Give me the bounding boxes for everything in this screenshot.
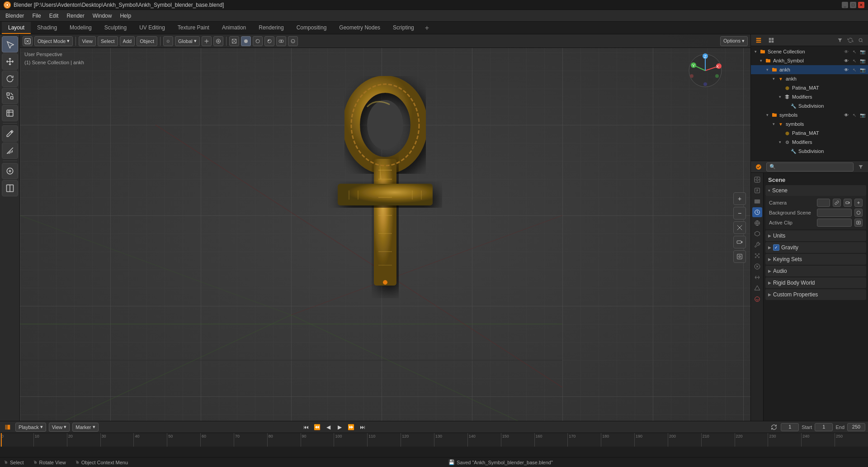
expand-modifiers-icon[interactable]: ▾	[776, 93, 783, 100]
add-menu-button[interactable]: Add	[120, 36, 135, 46]
add-primitive-button[interactable]	[2, 163, 18, 179]
tree-item-ankh-obj[interactable]: ▾ ▼ ankh	[751, 74, 868, 83]
menu-help[interactable]: Help	[116, 12, 135, 20]
tab-compositing[interactable]: Compositing	[290, 22, 333, 34]
tree-item-patina-mat2[interactable]: ⬤ Patina_MAT	[751, 129, 868, 138]
shading-dropdown[interactable]: Global ▾	[175, 36, 200, 46]
transform-tool-button[interactable]	[2, 105, 18, 121]
tree-item-modifiers2[interactable]: ▾ ⚙ Modifiers	[751, 138, 868, 147]
timeline-mode-icon[interactable]	[3, 422, 13, 432]
tree-item-patina-mat[interactable]: ⬤ Patina_MAT	[751, 83, 868, 92]
expand-modifiers2-icon[interactable]: ▾	[776, 138, 783, 146]
tree-item-symbols-obj[interactable]: ▾ ▼ symbols	[751, 119, 868, 129]
xray-toggle-icon[interactable]	[288, 36, 298, 46]
ankh-vis-cursor-icon[interactable]: ↖	[851, 57, 858, 64]
props-search-bar[interactable]: 🔍	[766, 162, 854, 172]
end-frame-input[interactable]: 250	[847, 423, 865, 431]
step-back-button[interactable]: ⏪	[312, 422, 322, 432]
custom-properties-section[interactable]: ▶ Custom Properties	[765, 289, 866, 300]
menu-window[interactable]: Window	[89, 12, 116, 20]
vis-render-icon[interactable]: 📷	[859, 48, 866, 55]
move-tool-button[interactable]	[2, 53, 18, 70]
ankh-coll-render-icon[interactable]: 📷	[859, 66, 866, 73]
gravity-checkbox[interactable]: ✓	[773, 244, 779, 251]
ankh-coll-eye-icon[interactable]: 👁	[843, 66, 850, 73]
ankh-vis-eye-icon[interactable]: 👁	[843, 57, 850, 64]
wireframe-shading-button[interactable]	[229, 36, 239, 46]
expand-ankh-coll-icon[interactable]: ▾	[764, 66, 771, 73]
active-clip-icon[interactable]	[854, 219, 863, 227]
vis-eye-icon[interactable]: 👁	[843, 48, 850, 55]
tree-item-subdivision2[interactable]: 🔧 Subdivision	[751, 147, 868, 156]
units-section[interactable]: ▶ Units	[765, 230, 866, 241]
options-button[interactable]: Options ▾	[720, 36, 748, 46]
props-tab-particles[interactable]	[752, 251, 762, 261]
symbols-coll-eye-icon[interactable]: 👁	[843, 111, 850, 119]
axis-gizmo[interactable]: X Y Z	[687, 52, 723, 89]
props-tab-physics[interactable]	[752, 262, 762, 272]
sync-icon[interactable]	[770, 423, 778, 431]
frame-all-button[interactable]	[733, 250, 746, 263]
object-menu-button[interactable]: Object	[137, 36, 157, 46]
perspective-toggle-button[interactable]	[733, 221, 746, 234]
props-tab-constraints[interactable]	[752, 272, 762, 282]
outliner-filter-icon[interactable]	[835, 36, 844, 45]
playback-dropdown[interactable]: Playback ▾	[15, 423, 46, 432]
expand-symbols-obj-icon[interactable]: ▾	[770, 120, 777, 128]
tab-shading[interactable]: Shading	[31, 22, 63, 34]
viewport-overlays-icon[interactable]	[276, 36, 286, 46]
props-tab-material[interactable]	[752, 294, 762, 304]
menu-render[interactable]: Render	[63, 12, 88, 20]
play-button[interactable]: ▶	[335, 422, 345, 432]
timeline-keyframe-area[interactable]	[0, 447, 868, 457]
measure-tool-button[interactable]	[2, 143, 18, 159]
props-tab-data[interactable]	[752, 283, 762, 293]
rendered-shading-button[interactable]	[264, 36, 274, 46]
timeline-ruler[interactable]: 0 10 20 30 40 50 60 70 80 90 100 110 120…	[0, 433, 868, 447]
zoom-out-button[interactable]: −	[733, 207, 746, 219]
viewport-3d[interactable]: Object Mode ▾ View Select Add Object ⊙ G…	[20, 34, 750, 421]
expand-ankh-symbol-icon[interactable]: ▾	[757, 57, 764, 64]
proportional-edit-icon[interactable]	[213, 36, 223, 46]
vis-cursor-icon[interactable]: ↖	[851, 48, 858, 55]
props-tab-modifiers[interactable]	[752, 240, 762, 250]
loop-cut-button[interactable]	[2, 180, 18, 196]
camera-view-button[interactable]	[733, 236, 746, 248]
tab-sculpting[interactable]: Sculpting	[98, 22, 133, 34]
props-filter-icon[interactable]	[856, 162, 865, 172]
jump-end-button[interactable]: ⏭	[358, 422, 368, 432]
keying-sets-section[interactable]: ▶ Keying Sets	[765, 254, 866, 265]
menu-edit[interactable]: Edit	[46, 12, 62, 20]
tree-item-ankh-symbol[interactable]: ▾ Ankh_Symbol 👁 ↖ 📷	[751, 56, 868, 65]
menu-file[interactable]: File	[28, 12, 44, 20]
zoom-in-button[interactable]: +	[733, 192, 746, 205]
camera-value[interactable]	[817, 199, 830, 207]
tab-modeling[interactable]: Modeling	[63, 22, 98, 34]
tree-item-subdivision[interactable]: 🔧 Subdivision	[751, 101, 868, 110]
symbols-coll-cursor-icon[interactable]: ↖	[851, 111, 858, 119]
viewport-mode-icon[interactable]	[23, 36, 33, 46]
props-tab-view-layer[interactable]	[752, 196, 762, 206]
camera-new-icon[interactable]	[854, 199, 863, 207]
camera-link-icon[interactable]	[833, 199, 841, 207]
tab-rendering[interactable]: Rendering	[252, 22, 290, 34]
props-tab-world[interactable]	[752, 218, 762, 228]
outliner-mode-icon[interactable]	[754, 35, 764, 45]
gravity-section[interactable]: ▶ ✓ Gravity	[765, 242, 866, 253]
step-forward-button[interactable]: ⏩	[346, 422, 356, 432]
select-menu-button[interactable]: Select	[98, 36, 118, 46]
object-mode-dropdown[interactable]: Object Mode ▾	[34, 36, 73, 46]
current-frame-input[interactable]: 1	[781, 423, 799, 431]
view-dropdown[interactable]: View ▾	[49, 423, 70, 432]
ankh-coll-cursor-icon[interactable]: ↖	[851, 66, 858, 73]
tab-uv-editing[interactable]: UV Editing	[133, 22, 171, 34]
tab-animation[interactable]: Animation	[216, 22, 252, 34]
material-shading-button[interactable]	[253, 36, 263, 46]
symbols-coll-render-icon[interactable]: 📷	[859, 111, 866, 119]
menu-blender[interactable]: Blender	[2, 12, 28, 20]
rigid-body-world-section[interactable]: ▶ Rigid Body World	[765, 277, 866, 288]
props-tab-render[interactable]	[752, 175, 762, 185]
bg-scene-icon[interactable]	[854, 209, 863, 217]
tree-item-ankh-collection[interactable]: ▾ ankh 👁 ↖ 📷	[751, 65, 868, 74]
close-button[interactable]: ✕	[858, 2, 864, 8]
